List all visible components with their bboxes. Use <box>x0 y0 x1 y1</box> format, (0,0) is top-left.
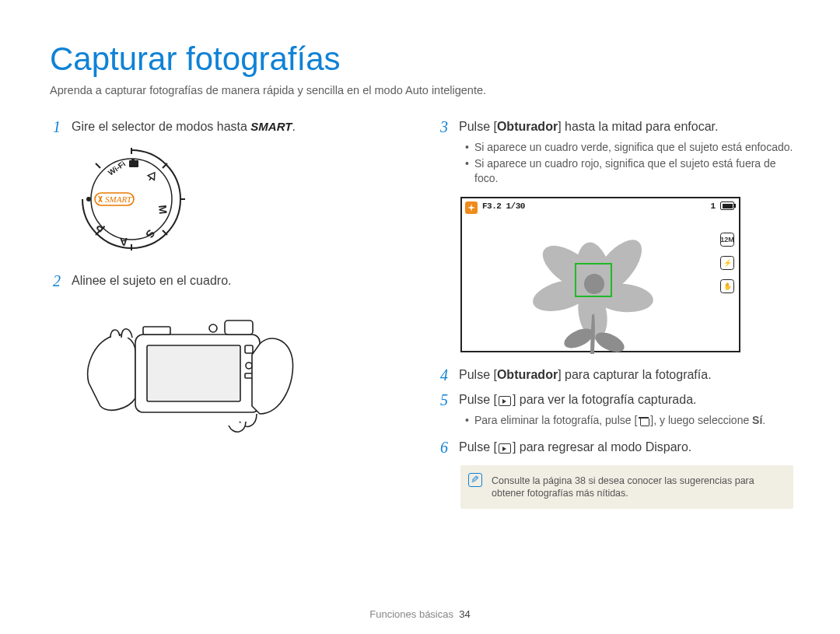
page-footer: Funciones básicas 34 <box>0 608 840 620</box>
svg-rect-15 <box>245 345 253 353</box>
step-6: 6 Pulse [] para regresar al modo Disparo… <box>437 439 793 456</box>
step-text: Pulse [Obturador] hasta la mitad para en… <box>459 118 718 135</box>
step-3: 3 Pulse [Obturador] hasta la mitad para … <box>437 118 793 135</box>
step-number: 6 <box>437 439 451 456</box>
resolution-icon: 12M <box>720 233 734 247</box>
step3-b: ] hasta la mitad para enfocar. <box>558 120 718 133</box>
svg-point-16 <box>246 363 252 369</box>
step-number: 2 <box>50 272 64 289</box>
step-2: 2 Alinee el sujeto en el cuadro. <box>50 272 406 289</box>
note-text: Consulte la página 38 si desea conocer l… <box>492 475 754 499</box>
hands-camera-icon <box>73 297 306 437</box>
note-icon <box>468 473 482 487</box>
bul5-b: ], y luego seleccione <box>650 414 752 426</box>
step6-a: Pulse [ <box>459 440 497 454</box>
step5-a: Pulse [ <box>459 393 497 406</box>
step1-text-b: . <box>292 120 295 133</box>
step-number: 3 <box>437 118 451 135</box>
shot-count: 1 <box>710 201 716 211</box>
footer-page-number: 34 <box>459 608 470 620</box>
mode-dial-illustration: Wi-Fi M S A P SMART <box>73 145 406 254</box>
step3-bullets: Si aparece un cuadro verde, significa qu… <box>465 140 793 186</box>
macro-icon <box>465 201 478 214</box>
step4-a: Pulse [ <box>459 368 497 381</box>
step-number: 5 <box>437 391 451 408</box>
step-number: 1 <box>50 118 64 135</box>
step3-bold: Obturador <box>497 120 558 133</box>
svg-line-1 <box>96 163 100 168</box>
step-text: Alinee el sujeto en el cuadro. <box>72 272 231 289</box>
bul5-c: . <box>762 414 765 426</box>
step6-b: ] para regresar al modo Disparo. <box>513 440 691 454</box>
focus-box-green <box>575 263 612 297</box>
note-box: Consulte la página 38 si desea conocer l… <box>460 465 793 509</box>
page-title: Capturar fotografías <box>50 40 793 78</box>
step-4: 4 Pulse [Obturador] para capturar la fot… <box>437 366 793 384</box>
svg-rect-19 <box>225 321 253 335</box>
step1-text-a: Gire el selector de modos hasta <box>72 120 250 133</box>
hands-holding-camera-illustration <box>73 297 406 437</box>
svg-rect-10 <box>131 159 135 161</box>
bul5-bold: Sí <box>752 414 762 426</box>
step-text: Pulse [] para regresar al modo Disparo. <box>459 439 691 456</box>
playback-icon <box>499 396 511 406</box>
step-text: Gire el selector de modos hasta SMART. <box>72 118 296 135</box>
manual-page: Capturar fotografías Aprenda a capturar … <box>0 0 840 634</box>
playback-icon <box>499 443 511 454</box>
step3-a: Pulse [ <box>459 120 497 133</box>
bullet-red-outfocus: Si aparece un cuadro rojo, significa que… <box>465 156 793 186</box>
dial-smart: SMART <box>105 194 132 204</box>
battery-icon <box>720 201 734 210</box>
svg-point-20 <box>209 324 217 332</box>
step5-b: ] para ver la fotografía capturada. <box>513 393 697 406</box>
content-columns: 1 Gire el selector de modos hasta SMART. <box>50 118 793 509</box>
step-number: 4 <box>437 366 451 384</box>
bullet-delete: Para eliminar la fotografía, pulse [], y… <box>465 413 793 428</box>
svg-point-8 <box>86 197 91 201</box>
trash-icon <box>639 416 649 426</box>
step5-bullets: Para eliminar la fotografía, pulse [], y… <box>465 413 793 428</box>
lcd-side-icons: 12M ⚡ ✋ <box>720 233 734 293</box>
stabilizer-icon: ✋ <box>720 279 734 293</box>
bul5-a: Para eliminar la fotografía, pulse [ <box>474 414 637 426</box>
smart-mode-label: SMART <box>250 118 292 135</box>
column-right: 3 Pulse [Obturador] hasta la mitad para … <box>437 118 793 509</box>
step-text: Pulse [] para ver la fotografía capturad… <box>459 391 697 408</box>
dial-a: A <box>120 236 128 248</box>
svg-rect-18 <box>143 327 170 335</box>
bullet-green-focus: Si aparece un cuadro verde, significa qu… <box>465 140 793 155</box>
step-text: Pulse [Obturador] para capturar la fotog… <box>459 366 712 384</box>
intro-text: Aprenda a capturar fotografías de manera… <box>50 84 793 96</box>
column-left: 1 Gire el selector de modos hasta SMART. <box>50 118 406 509</box>
flash-off-icon: ⚡ <box>720 256 734 270</box>
step-5: 5 Pulse [] para ver la fotografía captur… <box>437 391 793 408</box>
step4-bold: Obturador <box>497 368 558 381</box>
mode-dial-icon: Wi-Fi M S A P SMART <box>73 145 190 254</box>
step-1: 1 Gire el selector de modos hasta SMART. <box>50 118 406 135</box>
step4-b: ] para capturar la fotografía. <box>558 368 711 381</box>
footer-section: Funciones básicas <box>369 608 453 620</box>
dial-m: M <box>156 205 170 215</box>
camera-lcd: F3.2 1/30 1 12M ⚡ ✋ <box>460 197 740 352</box>
exposure-readout: F3.2 1/30 <box>482 201 525 211</box>
svg-rect-9 <box>129 160 138 167</box>
lcd-preview-illustration: F3.2 1/30 1 12M ⚡ ✋ <box>460 197 793 352</box>
svg-rect-14 <box>147 345 240 401</box>
